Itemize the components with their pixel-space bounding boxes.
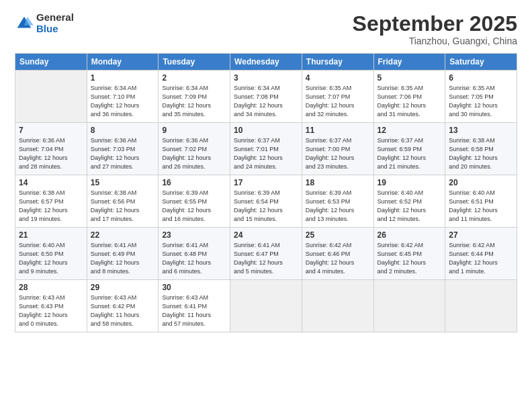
calendar-cell: [15, 71, 87, 123]
cell-info: Sunrise: 6:42 AM Sunset: 6:46 PM Dayligh…: [306, 241, 370, 276]
weekday-header-tuesday: Tuesday: [159, 54, 230, 71]
calendar-cell: 10Sunrise: 6:37 AM Sunset: 7:01 PM Dayli…: [230, 123, 302, 175]
day-number: 18: [306, 178, 370, 187]
cell-info: Sunrise: 6:43 AM Sunset: 6:41 PM Dayligh…: [162, 293, 226, 328]
calendar-cell: 19Sunrise: 6:40 AM Sunset: 6:52 PM Dayli…: [373, 175, 445, 228]
calendar-cell: 6Sunrise: 6:35 AM Sunset: 7:05 PM Daylig…: [445, 71, 517, 123]
logo: General Blue: [15, 12, 74, 34]
cell-info: Sunrise: 6:34 AM Sunset: 7:08 PM Dayligh…: [234, 84, 298, 119]
cell-info: Sunrise: 6:36 AM Sunset: 7:03 PM Dayligh…: [91, 136, 155, 171]
cell-info: Sunrise: 6:38 AM Sunset: 6:58 PM Dayligh…: [449, 136, 513, 171]
day-number: 7: [19, 126, 83, 135]
day-number: 9: [162, 126, 226, 135]
week-row-4: 21Sunrise: 6:40 AM Sunset: 6:50 PM Dayli…: [15, 228, 517, 280]
cell-info: Sunrise: 6:42 AM Sunset: 6:45 PM Dayligh…: [378, 241, 442, 276]
cell-info: Sunrise: 6:37 AM Sunset: 6:59 PM Dayligh…: [378, 136, 442, 171]
calendar-cell: 20Sunrise: 6:40 AM Sunset: 6:51 PM Dayli…: [445, 175, 517, 228]
weekday-header-saturday: Saturday: [445, 54, 517, 71]
day-number: 22: [91, 230, 155, 240]
cell-info: Sunrise: 6:40 AM Sunset: 6:50 PM Dayligh…: [19, 241, 83, 276]
cell-info: Sunrise: 6:34 AM Sunset: 7:09 PM Dayligh…: [162, 84, 226, 119]
cell-info: Sunrise: 6:42 AM Sunset: 6:44 PM Dayligh…: [449, 241, 513, 276]
week-row-1: 1Sunrise: 6:34 AM Sunset: 7:10 PM Daylig…: [15, 71, 517, 123]
calendar-cell: 23Sunrise: 6:41 AM Sunset: 6:48 PM Dayli…: [159, 228, 230, 280]
page: General Blue September 2025 Tianzhou, Gu…: [0, 0, 532, 411]
logo-general: General: [36, 12, 74, 24]
cell-info: Sunrise: 6:34 AM Sunset: 7:10 PM Dayligh…: [91, 84, 155, 119]
title-area: September 2025 Tianzhou, Guangxi, China: [353, 12, 517, 46]
calendar-cell: 30Sunrise: 6:43 AM Sunset: 6:41 PM Dayli…: [159, 280, 230, 332]
day-number: 21: [19, 230, 83, 240]
calendar-cell: 18Sunrise: 6:39 AM Sunset: 6:53 PM Dayli…: [302, 175, 373, 228]
cell-info: Sunrise: 6:35 AM Sunset: 7:07 PM Dayligh…: [306, 84, 370, 119]
header: General Blue September 2025 Tianzhou, Gu…: [15, 12, 517, 46]
calendar-cell: [445, 280, 517, 332]
calendar-table: SundayMondayTuesdayWednesdayThursdayFrid…: [15, 53, 517, 332]
cell-info: Sunrise: 6:39 AM Sunset: 6:54 PM Dayligh…: [234, 189, 298, 224]
calendar-cell: 7Sunrise: 6:36 AM Sunset: 7:04 PM Daylig…: [15, 123, 87, 175]
calendar-cell: 14Sunrise: 6:38 AM Sunset: 6:57 PM Dayli…: [15, 175, 87, 228]
calendar-cell: 12Sunrise: 6:37 AM Sunset: 6:59 PM Dayli…: [373, 123, 445, 175]
calendar-cell: 24Sunrise: 6:41 AM Sunset: 6:47 PM Dayli…: [230, 228, 302, 280]
calendar-cell: 26Sunrise: 6:42 AM Sunset: 6:45 PM Dayli…: [373, 228, 445, 280]
day-number: 5: [378, 73, 442, 83]
weekday-header-friday: Friday: [373, 54, 445, 71]
calendar-cell: 9Sunrise: 6:36 AM Sunset: 7:02 PM Daylig…: [159, 123, 230, 175]
cell-info: Sunrise: 6:37 AM Sunset: 7:00 PM Dayligh…: [306, 136, 370, 171]
weekday-header-sunday: Sunday: [15, 54, 87, 71]
cell-info: Sunrise: 6:38 AM Sunset: 6:56 PM Dayligh…: [91, 189, 155, 224]
day-number: 13: [449, 126, 513, 135]
day-number: 2: [162, 73, 226, 83]
month-title: September 2025: [353, 12, 517, 36]
day-number: 16: [162, 178, 226, 187]
calendar-cell: 11Sunrise: 6:37 AM Sunset: 7:00 PM Dayli…: [302, 123, 373, 175]
cell-info: Sunrise: 6:40 AM Sunset: 6:51 PM Dayligh…: [449, 189, 513, 224]
calendar-cell: 29Sunrise: 6:43 AM Sunset: 6:42 PM Dayli…: [87, 280, 159, 332]
cell-info: Sunrise: 6:35 AM Sunset: 7:05 PM Dayligh…: [449, 84, 513, 119]
day-number: 10: [234, 126, 298, 135]
day-number: 4: [306, 73, 370, 83]
cell-info: Sunrise: 6:41 AM Sunset: 6:47 PM Dayligh…: [234, 241, 298, 276]
day-number: 24: [234, 230, 298, 240]
cell-info: Sunrise: 6:41 AM Sunset: 6:49 PM Dayligh…: [91, 241, 155, 276]
cell-info: Sunrise: 6:38 AM Sunset: 6:57 PM Dayligh…: [19, 189, 83, 224]
calendar-cell: [373, 280, 445, 332]
calendar-cell: 28Sunrise: 6:43 AM Sunset: 6:43 PM Dayli…: [15, 280, 87, 332]
day-number: 12: [378, 126, 442, 135]
calendar-cell: 21Sunrise: 6:40 AM Sunset: 6:50 PM Dayli…: [15, 228, 87, 280]
day-number: 25: [306, 230, 370, 240]
calendar-cell: 25Sunrise: 6:42 AM Sunset: 6:46 PM Dayli…: [302, 228, 373, 280]
day-number: 8: [91, 126, 155, 135]
day-number: 3: [234, 73, 298, 83]
day-number: 15: [91, 178, 155, 187]
cell-info: Sunrise: 6:43 AM Sunset: 6:43 PM Dayligh…: [19, 293, 83, 328]
calendar-cell: 15Sunrise: 6:38 AM Sunset: 6:56 PM Dayli…: [87, 175, 159, 228]
week-row-2: 7Sunrise: 6:36 AM Sunset: 7:04 PM Daylig…: [15, 123, 517, 175]
cell-info: Sunrise: 6:36 AM Sunset: 7:02 PM Dayligh…: [162, 136, 226, 171]
week-row-5: 28Sunrise: 6:43 AM Sunset: 6:43 PM Dayli…: [15, 280, 517, 332]
calendar-cell: 16Sunrise: 6:39 AM Sunset: 6:55 PM Dayli…: [159, 175, 230, 228]
cell-info: Sunrise: 6:40 AM Sunset: 6:52 PM Dayligh…: [378, 189, 442, 224]
calendar-cell: 3Sunrise: 6:34 AM Sunset: 7:08 PM Daylig…: [230, 71, 302, 123]
cell-info: Sunrise: 6:36 AM Sunset: 7:04 PM Dayligh…: [19, 136, 83, 171]
day-number: 17: [234, 178, 298, 187]
day-number: 27: [449, 230, 513, 240]
week-row-3: 14Sunrise: 6:38 AM Sunset: 6:57 PM Dayli…: [15, 175, 517, 228]
weekday-header-row: SundayMondayTuesdayWednesdayThursdayFrid…: [15, 54, 517, 71]
logo-blue: Blue: [36, 24, 74, 35]
logo-text: General Blue: [36, 12, 74, 34]
cell-info: Sunrise: 6:39 AM Sunset: 6:55 PM Dayligh…: [162, 189, 226, 224]
location: Tianzhou, Guangxi, China: [353, 36, 517, 46]
day-number: 29: [91, 283, 155, 292]
calendar-cell: 8Sunrise: 6:36 AM Sunset: 7:03 PM Daylig…: [87, 123, 159, 175]
calendar-cell: 5Sunrise: 6:35 AM Sunset: 7:06 PM Daylig…: [373, 71, 445, 123]
weekday-header-monday: Monday: [87, 54, 159, 71]
weekday-header-thursday: Thursday: [302, 54, 373, 71]
calendar-cell: 13Sunrise: 6:38 AM Sunset: 6:58 PM Dayli…: [445, 123, 517, 175]
calendar-cell: [230, 280, 302, 332]
day-number: 26: [378, 230, 442, 240]
calendar-cell: 4Sunrise: 6:35 AM Sunset: 7:07 PM Daylig…: [302, 71, 373, 123]
calendar-cell: 1Sunrise: 6:34 AM Sunset: 7:10 PM Daylig…: [87, 71, 159, 123]
day-number: 23: [162, 230, 226, 240]
cell-info: Sunrise: 6:41 AM Sunset: 6:48 PM Dayligh…: [162, 241, 226, 276]
